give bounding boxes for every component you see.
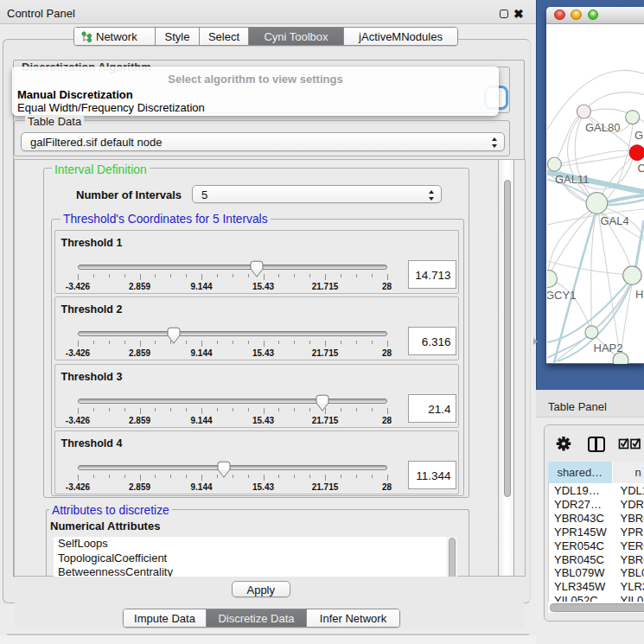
svg-text:G.: G. (634, 129, 644, 142)
svg-text:HAP2: HAP2 (594, 341, 623, 354)
svg-text:GAL11: GAL11 (555, 173, 590, 186)
svg-text:GAL4: GAL4 (601, 214, 629, 227)
svg-text:H: H (635, 288, 643, 301)
svg-text:C: C (638, 162, 644, 175)
svg-text:GCY1: GCY1 (547, 289, 576, 302)
svg-text:GAL80: GAL80 (585, 121, 620, 134)
